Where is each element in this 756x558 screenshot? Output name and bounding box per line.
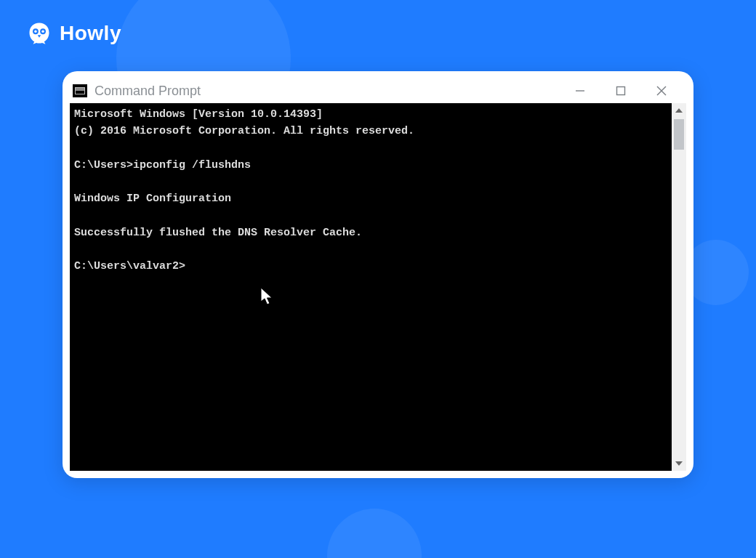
- terminal-area: Microsoft Windows [Version 10.0.14393] (…: [70, 103, 686, 471]
- maximize-icon: [616, 86, 626, 96]
- maximize-button[interactable]: [600, 78, 641, 103]
- command-prompt-window: Command Prompt Microsoft Windows [Versio…: [63, 71, 693, 478]
- close-icon: [656, 85, 667, 97]
- scroll-down-button[interactable]: [672, 456, 686, 471]
- scroll-thumb[interactable]: [674, 119, 684, 150]
- titlebar[interactable]: Command Prompt: [70, 78, 686, 103]
- vertical-scrollbar[interactable]: [672, 103, 686, 471]
- window-controls: [560, 78, 682, 103]
- minimize-icon: [575, 86, 585, 96]
- terminal-output[interactable]: Microsoft Windows [Version 10.0.14393] (…: [70, 103, 672, 471]
- brand-logo: Howly: [26, 20, 121, 46]
- brand-name: Howly: [60, 22, 121, 45]
- close-button[interactable]: [641, 78, 682, 103]
- cmd-app-icon: [73, 84, 87, 97]
- window-title: Command Prompt: [94, 84, 552, 99]
- scroll-up-button[interactable]: [672, 103, 686, 118]
- bg-circle: [327, 509, 422, 558]
- minimize-button[interactable]: [560, 78, 600, 103]
- svg-point-2: [34, 31, 36, 33]
- svg-point-3: [41, 31, 44, 33]
- owl-icon: [26, 20, 52, 46]
- svg-rect-5: [617, 87, 625, 95]
